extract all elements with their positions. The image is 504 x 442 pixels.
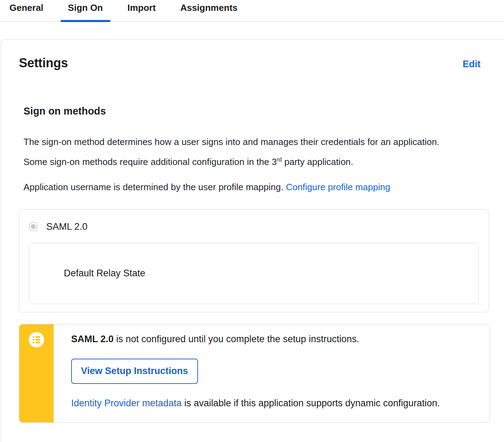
configure-profile-mapping-link[interactable]: Configure profile mapping — [286, 182, 390, 192]
callout-warning-stripe — [19, 324, 54, 422]
saml-radio-label: SAML 2.0 — [46, 221, 88, 232]
tab-assignments[interactable]: Assignments — [180, 0, 237, 22]
sign-on-methods-heading: Sign on methods — [23, 105, 490, 117]
saml-radio-button[interactable] — [29, 222, 38, 231]
username-mapping-text: Application username is determined by th… — [23, 182, 286, 192]
edit-link[interactable]: Edit — [463, 59, 481, 70]
sign-on-methods-description: The sign-on method determines how a user… — [23, 133, 460, 171]
relay-state-box: Default Relay State — [29, 243, 479, 304]
tab-sign-on[interactable]: Sign On — [68, 0, 103, 22]
setup-callout: SAML 2.0 is not configured until you com… — [19, 324, 490, 423]
description-superscript: rd — [277, 156, 282, 163]
settings-card: Settings Edit Sign on methods The sign-o… — [1, 39, 504, 442]
radio-dot — [31, 224, 36, 229]
view-setup-instructions-button[interactable]: View Setup Instructions — [71, 359, 198, 384]
metadata-line: Identity Provider metadata is available … — [71, 398, 440, 409]
tab-general[interactable]: General — [9, 0, 43, 22]
tab-import[interactable]: Import — [128, 0, 156, 22]
saml-radio-row: SAML 2.0 — [29, 221, 479, 232]
page-title: Settings — [19, 56, 68, 70]
callout-message-text: is not configured until you complete the… — [114, 334, 359, 344]
description-text-end: party application. — [282, 157, 353, 167]
description-text: The sign-on method determines how a user… — [23, 137, 440, 167]
app-tab-bar: General Sign On Import Assignments — [0, 0, 504, 22]
saml-method-box: SAML 2.0 Default Relay State — [19, 209, 489, 312]
callout-message-bold: SAML 2.0 — [71, 334, 114, 344]
callout-message: SAML 2.0 is not configured until you com… — [71, 334, 440, 345]
metadata-text: is available if this application support… — [182, 398, 440, 408]
list-icon — [29, 332, 44, 347]
callout-body: SAML 2.0 is not configured until you com… — [54, 324, 454, 422]
card-header: Settings Edit — [19, 56, 490, 70]
relay-state-label: Default Relay State — [64, 268, 145, 279]
username-mapping-line: Application username is determined by th… — [23, 182, 490, 193]
identity-provider-metadata-link[interactable]: Identity Provider metadata — [71, 398, 182, 408]
